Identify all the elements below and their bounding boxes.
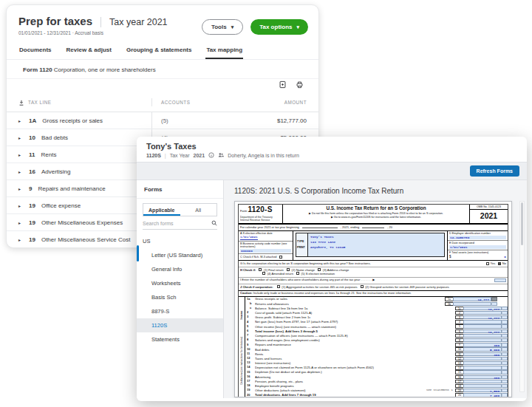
expand-icon[interactable]: ▸: [18, 152, 21, 157]
sidebar-item-1120s[interactable]: 1120S: [137, 318, 223, 332]
ein-field[interactable]: 12-3456789: [449, 236, 506, 239]
g-no-checkbox[interactable]: [498, 262, 501, 265]
cents-field[interactable]: [502, 334, 508, 338]
amount-field[interactable]: 300: [463, 343, 502, 346]
cents-field[interactable]: [502, 370, 508, 374]
refresh-forms-button[interactable]: Refresh Forms: [470, 165, 519, 177]
amount-field[interactable]: [463, 338, 502, 342]
scrollbar-thumb[interactable]: [521, 202, 523, 245]
sch-m3-checkbox[interactable]: [279, 256, 282, 259]
cents-field[interactable]: [502, 384, 508, 388]
cents-field[interactable]: [491, 302, 497, 306]
forms-tab-all[interactable]: All: [180, 204, 217, 216]
amount-field[interactable]: [463, 384, 502, 388]
cents-field[interactable]: [502, 315, 508, 319]
tax-options-button[interactable]: Tax options ▾: [250, 19, 308, 35]
amount-field[interactable]: 12,777: [463, 329, 502, 333]
expand-icon[interactable]: ▸: [18, 220, 21, 225]
cents-field[interactable]: [502, 361, 508, 365]
cents-field[interactable]: [502, 352, 508, 356]
expand-icon[interactable]: ▸: [18, 203, 21, 208]
cents-field[interactable]: [502, 311, 508, 315]
cents-field[interactable]: [502, 307, 508, 310]
cents-field[interactable]: [502, 366, 508, 369]
amount-field[interactable]: 5,000: [463, 347, 502, 351]
tools-button[interactable]: Tools ▾: [202, 19, 243, 35]
sort-download-icon[interactable]: [18, 100, 24, 106]
amount-field[interactable]: 300: [463, 375, 502, 379]
date-incorporated-field[interactable]: 1/01/2021: [449, 245, 506, 249]
h-checkbox[interactable]: [318, 268, 321, 271]
table-row[interactable]: ▸1AGross receipts or sales(5)$12,777.00: [7, 112, 318, 129]
amount-field[interactable]: 12,777: [453, 297, 491, 301]
expand-icon[interactable]: ▸: [18, 135, 21, 140]
field-a-value[interactable]: 1/01/2021: [240, 235, 258, 239]
cents-field[interactable]: [502, 343, 508, 346]
amount-field[interactable]: [463, 357, 502, 360]
search-icon[interactable]: [211, 220, 217, 226]
j-checkbox[interactable]: [277, 285, 280, 288]
sidebar-scroll-indicator[interactable]: [137, 245, 139, 261]
field-b-value[interactable]: 999999: [240, 249, 291, 253]
amount-field[interactable]: [463, 366, 502, 369]
cents-field[interactable]: [502, 375, 508, 379]
vertical-scrollbar[interactable]: [519, 201, 525, 392]
cents-field[interactable]: [502, 338, 508, 342]
expand-icon[interactable]: ▸: [18, 186, 21, 191]
cents-field[interactable]: [491, 297, 497, 301]
sidebar-item-basis-sch[interactable]: Basis Sch: [137, 290, 223, 304]
h-checkbox[interactable]: [287, 268, 290, 271]
tab-documents[interactable]: Documents: [18, 44, 52, 59]
cents-field[interactable]: [502, 357, 508, 360]
cents-field[interactable]: [502, 320, 508, 324]
tab-review-adjust[interactable]: Review & adjust: [66, 44, 112, 59]
h-checkbox[interactable]: [259, 268, 262, 271]
amount-field[interactable]: 1,500: [463, 389, 502, 392]
sidebar-item-letter-us-standard[interactable]: Letter (US Standard): [137, 248, 223, 262]
export-icon[interactable]: [279, 81, 287, 89]
cents-field[interactable]: [502, 347, 508, 351]
sidebar-item-general-info[interactable]: General Info: [137, 262, 223, 276]
amount-field[interactable]: [463, 324, 502, 328]
cents-field[interactable]: [502, 389, 508, 392]
amount-field[interactable]: [463, 370, 502, 374]
cents-field[interactable]: [502, 393, 508, 397]
city-state-zip-field[interactable]: Anywhere, TX 12345: [310, 245, 345, 249]
calendar-blank-begin[interactable]: [302, 225, 338, 228]
sidebar-item-worksheets[interactable]: Worksheets: [137, 276, 223, 290]
sidebar-item-us[interactable]: US: [137, 234, 223, 248]
amount-field[interactable]: [463, 361, 502, 365]
amount-field[interactable]: [463, 380, 502, 383]
expand-icon[interactable]: ▸: [18, 169, 21, 174]
search-input[interactable]: [143, 221, 202, 226]
amount-field[interactable]: 12,777: [463, 307, 502, 310]
corp-name-field[interactable]: Tony's Taxes: [310, 235, 345, 239]
sidebar-item-statements[interactable]: Statements: [137, 332, 223, 346]
info-icon[interactable]: [208, 152, 214, 158]
h-checkbox[interactable]: [296, 272, 299, 275]
amount-field[interactable]: 12,777: [463, 315, 502, 319]
sidebar-item-8879-s[interactable]: 8879-S: [137, 304, 223, 318]
amount-field[interactable]: [463, 311, 502, 315]
amount-field[interactable]: [453, 302, 491, 306]
tab-grouping-statements[interactable]: Grouping & statements: [126, 44, 192, 59]
tab-tax-mapping[interactable]: Tax mapping: [205, 44, 243, 59]
g-yes-checkbox[interactable]: [486, 262, 489, 265]
shareholder-count-field[interactable]: [494, 278, 506, 282]
calendar-blank-end[interactable]: [362, 225, 384, 228]
total-assets-field[interactable]: 0: [504, 255, 506, 259]
expand-icon[interactable]: ▸: [18, 118, 21, 123]
amount-field[interactable]: [463, 334, 502, 338]
forms-tab-applicable[interactable]: Applicable: [143, 204, 180, 216]
expand-icon[interactable]: ▸: [18, 237, 21, 242]
cents-field[interactable]: [502, 329, 508, 333]
h-checkbox[interactable]: [262, 272, 265, 275]
cents-field[interactable]: [502, 324, 508, 328]
j-checkbox[interactable]: [361, 285, 364, 288]
cents-field[interactable]: [502, 380, 508, 383]
street-field[interactable]: 123 Tree Lane: [310, 240, 345, 244]
amount-field[interactable]: 300: [463, 352, 502, 356]
amount-field[interactable]: 7,400: [463, 393, 502, 397]
print-icon[interactable]: [296, 81, 304, 89]
amount-field[interactable]: [463, 320, 502, 324]
